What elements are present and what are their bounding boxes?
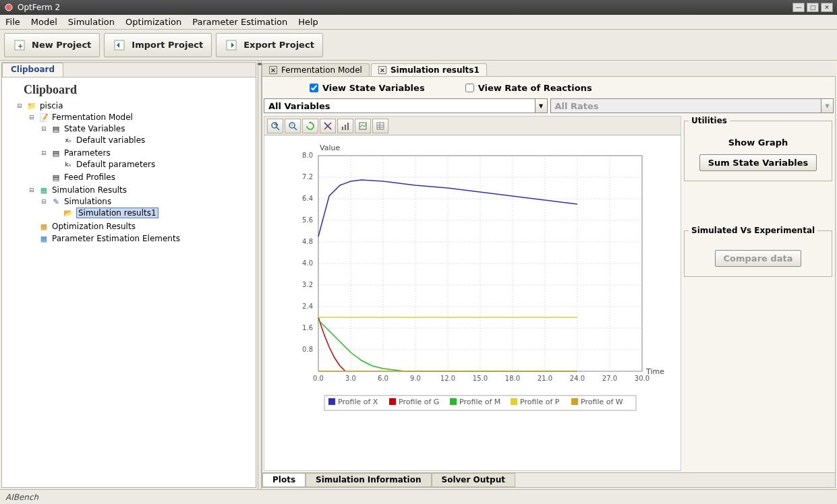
reset-zoom-button[interactable] [302,119,318,133]
clipboard-tab[interactable]: Clipboard [2,63,63,77]
bottom-tabstrip: PlotsSimulation InformationSolver Output [262,472,835,487]
tree-node-default-vars[interactable]: xₙ Default variables [53,135,253,146]
status-text: AIBench [5,493,38,502]
toolbar-icon: + [13,38,26,52]
chart-panel: + - 0.81.62.43.24.04.85.66.47.28.00.03.0… [264,116,681,471]
svg-text:Time: Time [645,367,664,376]
tree-node-parameters[interactable]: ⊟ ▤ Parameters [41,148,253,158]
combo-rates: All Rates ▼ [550,98,834,113]
svg-text:3.2: 3.2 [302,281,313,288]
new-project-button[interactable]: +New Project [4,33,100,57]
tree-label: Default variables [76,135,145,145]
close-tab-icon[interactable]: ✕ [269,66,277,74]
tabstrip: ✕Fermentation Model✕Simulation results1 [262,62,836,77]
export-chart-button[interactable] [355,119,371,133]
close-tab-icon[interactable]: ✕ [378,66,386,74]
svg-text:4.0: 4.0 [302,259,313,267]
check-label: View Rate of Reactions [478,83,592,93]
svg-text:6.0: 6.0 [378,375,388,382]
tree-node-feed[interactable]: ▤ Feed Profiles [41,172,253,183]
svg-text:9.0: 9.0 [410,375,421,382]
svg-text:+: + [18,42,23,50]
toolbar-icon [225,38,238,52]
bottom-tab-simulation-information[interactable]: Simulation Information [306,473,431,487]
tree-label: Simulations [64,197,111,206]
main-area: Clipboard Clipboard ⊟ 📁 piscia [0,61,837,489]
edit-chart-button[interactable] [320,119,336,133]
clipboard-heading: Clipboard [24,83,253,97]
expand-icon[interactable]: ⊟ [41,125,48,132]
tab-fermentation-model[interactable]: ✕Fermentation Model [262,63,370,76]
tab-simulation-results1[interactable]: ✕Simulation results1 [371,63,487,76]
svg-text:Profile of W: Profile of W [581,398,623,406]
check-state-vars[interactable]: View State Variables [310,83,425,93]
menu-simulation[interactable]: Simulation [63,15,120,28]
checkbox-state-vars[interactable] [310,84,318,92]
close-button[interactable]: ✕ [821,3,833,12]
menu-file[interactable]: File [0,15,26,28]
table-view-button[interactable] [372,119,388,133]
svg-rect-17 [359,123,366,129]
minimize-button[interactable]: — [792,3,805,12]
compare-data-button: Compare data [715,250,802,267]
tab-label: Fermentation Model [281,65,362,75]
svg-rect-14 [342,127,343,130]
menu-model[interactable]: Model [26,15,63,28]
check-rate-reactions[interactable]: View Rate of Reactions [465,83,592,93]
splitter[interactable]: ◂▸ [258,61,262,489]
sum-state-button[interactable]: Sum State Variables [699,154,817,171]
toolbar-label: Export Project [243,40,314,50]
svg-text:24.0: 24.0 [570,375,585,382]
tree-node-opt-results[interactable]: ▦ Optimization Results [29,221,253,232]
expand-icon[interactable]: ⊟ [17,102,24,109]
tree-node-sim-results1[interactable]: 📂 Simulation results1 [53,208,253,218]
expand-icon[interactable]: ⊟ [41,150,48,156]
menu-parameter-estimation[interactable]: Parameter Estimation [187,15,293,28]
menu-help[interactable]: Help [293,15,324,28]
tree-node-default-params[interactable]: kₙ Default parameters [53,159,253,170]
tree-node-project[interactable]: ⊟ 📁 piscia [17,100,253,111]
svg-rect-74 [511,398,517,405]
var-icon: xₙ [63,135,74,146]
tree-label: Default parameters [76,160,155,169]
tree-node-simulations[interactable]: ⊟ ✎ Simulations [41,196,253,207]
par-icon: ▦ [38,233,49,244]
svg-text:12.0: 12.0 [440,375,455,382]
chevron-down-icon[interactable]: ▼ [535,99,547,113]
tree-node-par-est[interactable]: ▦ Parameter Estimation Elements [29,233,253,244]
sim-icon: ▦ [38,185,49,195]
line-chart: 0.81.62.43.24.04.85.66.47.28.00.03.06.09… [264,135,669,425]
tree-node-model[interactable]: ⊟ 📝 Fermentation Model [29,112,253,123]
zoom-in-button[interactable]: + [267,119,283,133]
tree-label: Feed Profiles [64,172,115,182]
collapse-icon[interactable]: ◂▸ [257,61,262,67]
maximize-button[interactable]: □ [807,3,819,12]
tree-label-selected: Simulation results1 [76,208,158,218]
export-project-button[interactable]: Export Project [216,33,323,57]
svg-text:Profile of X: Profile of X [338,398,378,406]
checkbox-rate[interactable] [465,84,474,92]
chart-settings-button[interactable] [337,119,353,133]
svg-rect-18 [377,123,384,129]
right-pane: ✕Fermentation Model✕Simulation results1 … [262,62,836,488]
tree-node-state-vars[interactable]: ⊟ ▤ State Variables [41,123,253,134]
combo-value: All Rates [555,101,599,111]
expand-icon[interactable]: ⊟ [29,114,36,121]
bottom-tab-plots[interactable]: Plots [262,473,306,487]
expand-icon[interactable]: ⊟ [41,198,48,205]
svg-text:Profile of P: Profile of P [520,398,560,406]
menu-optimization[interactable]: Optimization [120,15,187,28]
svg-rect-15 [345,125,346,130]
zoom-out-button[interactable]: - [285,119,301,133]
svg-text:Value: Value [320,144,340,152]
svg-text:2.4: 2.4 [302,303,313,310]
bottom-tab-solver-output[interactable]: Solver Output [432,473,515,487]
svg-rect-68 [328,398,335,405]
tree-label: Optimization Results [52,222,136,231]
tree-node-sim-results[interactable]: ⊟ ▦ Simulation Results [29,185,253,195]
expand-icon[interactable]: ⊟ [29,187,36,193]
svg-text:5.6: 5.6 [302,216,313,224]
app-icon [4,3,13,12]
combo-variables[interactable]: All Variables ▼ [264,98,548,113]
import-project-button[interactable]: Import Project [104,33,212,57]
